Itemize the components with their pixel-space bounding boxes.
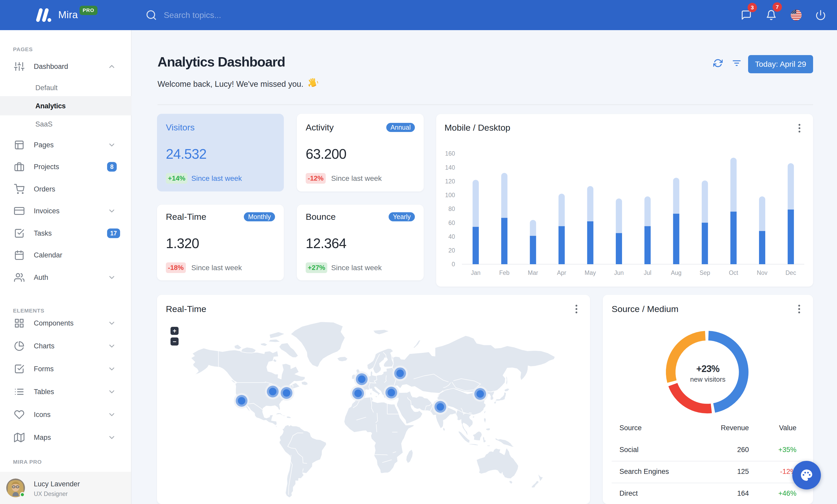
svg-text:140: 140 xyxy=(445,164,455,171)
svg-text:Jul: Jul xyxy=(644,269,651,276)
svg-text:Oct: Oct xyxy=(729,269,738,276)
svg-text:100: 100 xyxy=(445,192,455,199)
svg-text:Mar: Mar xyxy=(528,269,538,276)
svg-text:May: May xyxy=(585,269,596,276)
svg-text:40: 40 xyxy=(448,233,455,240)
svg-text:Jan: Jan xyxy=(471,269,480,276)
svg-text:0: 0 xyxy=(452,261,455,267)
svg-text:80: 80 xyxy=(448,205,455,212)
svg-text:Aug: Aug xyxy=(671,269,681,276)
svg-text:160: 160 xyxy=(445,150,455,157)
svg-text:Nov: Nov xyxy=(757,269,768,276)
svg-text:Jun: Jun xyxy=(614,269,624,276)
svg-text:20: 20 xyxy=(448,247,455,254)
svg-text:Apr: Apr xyxy=(557,269,566,276)
svg-text:Dec: Dec xyxy=(785,269,796,276)
svg-text:60: 60 xyxy=(448,220,455,226)
svg-text:Sep: Sep xyxy=(699,269,710,276)
svg-text:Feb: Feb xyxy=(499,269,510,276)
svg-text:120: 120 xyxy=(445,178,455,185)
